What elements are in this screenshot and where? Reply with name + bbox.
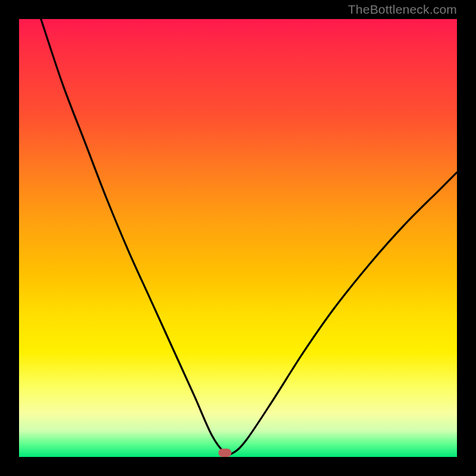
watermark-text: TheBottleneck.com [348, 2, 457, 17]
optimal-point-marker [218, 449, 231, 457]
chart-frame: TheBottleneck.com [0, 0, 476, 476]
plot-area [19, 19, 457, 457]
bottleneck-curve [19, 19, 457, 457]
